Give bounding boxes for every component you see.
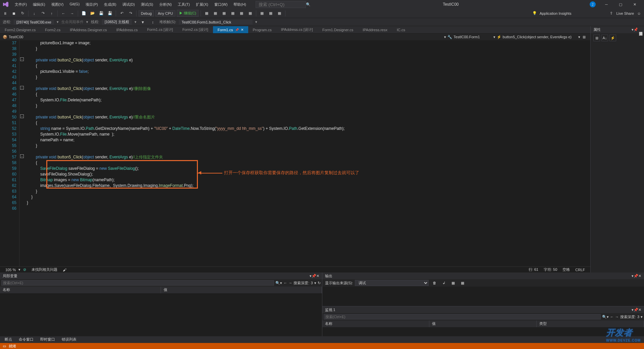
close-icon[interactable]: ✕ bbox=[638, 274, 641, 278]
menu-analyze[interactable]: 分析(N) bbox=[157, 1, 174, 8]
stackframe-dropdown[interactable]: TestIC00.Form1.button1_Click bbox=[179, 20, 253, 24]
code-editor[interactable]: 3738394041424344454647484950515253545556… bbox=[0, 40, 590, 266]
locals-col-value[interactable]: 值 bbox=[161, 287, 322, 293]
menu-build[interactable]: 生成(B) bbox=[101, 1, 119, 8]
locals-col-name[interactable]: 名称 bbox=[0, 287, 161, 293]
save-all-icon[interactable]: 💾 bbox=[106, 10, 114, 17]
tab-ipaddress-resx[interactable]: IPAddress.resx bbox=[358, 26, 392, 33]
menu-edit[interactable]: 编辑(E) bbox=[30, 1, 48, 8]
liveshare-button[interactable]: Live Share bbox=[616, 11, 634, 15]
pause-icon[interactable]: ⏸ bbox=[1, 10, 9, 17]
fold-column[interactable]: − − − − bbox=[19, 40, 25, 266]
tb-icon-5[interactable]: ▦ bbox=[238, 10, 245, 17]
tb-icon-2[interactable]: ▦ bbox=[212, 10, 219, 17]
indent-mode[interactable]: 空格 bbox=[560, 267, 573, 272]
minimize-button[interactable]: ─ bbox=[600, 0, 613, 9]
undo-icon[interactable]: ↶ bbox=[118, 10, 125, 17]
tab-form1-designer[interactable]: Form1.Designer.cs bbox=[318, 26, 358, 33]
feedback-icon[interactable]: ☺ bbox=[635, 10, 643, 17]
close-icon[interactable]: ✕ bbox=[316, 274, 319, 278]
save-icon[interactable]: 💾 bbox=[98, 10, 105, 17]
tb-icon-4[interactable]: ▦ bbox=[229, 10, 236, 17]
tb-icon-8[interactable]: ▦ bbox=[267, 10, 274, 17]
insights-icon[interactable]: 💡 bbox=[531, 10, 538, 17]
close-button[interactable]: ✕ bbox=[628, 0, 641, 9]
close-icon[interactable]: ✕ bbox=[638, 308, 641, 312]
sort-icon[interactable]: ↕ bbox=[149, 18, 157, 26]
global-search-input[interactable] bbox=[256, 1, 306, 8]
tab-error-list[interactable]: 错误列表 bbox=[58, 336, 80, 343]
tb-icon-9[interactable]: ▦ bbox=[276, 10, 283, 17]
tb-icon-6[interactable]: ▦ bbox=[247, 10, 254, 17]
output-icon-2[interactable]: ▦ bbox=[459, 279, 466, 287]
refresh-icon[interactable]: ↻ bbox=[318, 281, 321, 285]
platform-dropdown[interactable]: Any CPU bbox=[155, 10, 175, 16]
nav-back-icon[interactable]: ← bbox=[60, 10, 67, 17]
fold-toggle[interactable]: − bbox=[20, 86, 24, 90]
menu-extensions[interactable]: 扩展(X) bbox=[193, 1, 211, 8]
clear-icon[interactable]: 🗑 bbox=[431, 279, 438, 287]
nav-back-icon[interactable]: ← bbox=[283, 281, 287, 285]
tab-breakpoints[interactable]: 断点 bbox=[1, 336, 15, 343]
search-icon[interactable]: 🔍▾ bbox=[602, 315, 609, 319]
alphabetical-icon[interactable]: A↓ bbox=[601, 35, 608, 41]
pin-icon[interactable]: 📌 bbox=[634, 308, 638, 312]
redo-icon[interactable]: ↷ bbox=[127, 10, 134, 17]
line-ending[interactable]: CRLF bbox=[573, 268, 588, 272]
watch-col-name[interactable]: 名称 bbox=[322, 320, 430, 327]
tab-form2-design[interactable]: Form2.cs [设计] bbox=[178, 26, 213, 33]
filter-icon[interactable]: ▼ bbox=[139, 18, 147, 26]
step-out-icon[interactable]: ↑ bbox=[48, 10, 55, 17]
app-insights-button[interactable]: Application Insights bbox=[540, 11, 572, 15]
nav-fwd-icon[interactable]: → bbox=[288, 281, 292, 285]
output-icon-1[interactable]: ▦ bbox=[449, 279, 457, 287]
pin-icon[interactable]: 📌 bbox=[235, 28, 239, 32]
tab-command-window[interactable]: 命令窗口 bbox=[15, 336, 37, 343]
tab-ipaddress-designer[interactable]: IPAddress.Designer.cs bbox=[65, 26, 111, 33]
depth-dropdown[interactable]: 3 bbox=[311, 281, 313, 285]
locals-search-input[interactable] bbox=[1, 280, 274, 286]
brush-icon[interactable]: 🖌 bbox=[60, 268, 69, 272]
zoom-level[interactable]: 105 % bbox=[3, 268, 18, 272]
new-file-icon[interactable]: 📄 bbox=[80, 10, 88, 17]
pin-icon[interactable]: 📌 bbox=[634, 274, 638, 278]
menu-project[interactable]: 项目(P) bbox=[83, 1, 101, 8]
maximize-button[interactable]: ▢ bbox=[614, 0, 627, 9]
process-dropdown[interactable]: [28740] TestIC00.exe bbox=[14, 20, 54, 24]
menu-file[interactable]: 文件(F) bbox=[12, 1, 30, 8]
watch-col-value[interactable]: 值 bbox=[429, 320, 537, 327]
thread-dropdown[interactable]: [10652] 主线程 bbox=[102, 19, 132, 25]
nav-fwd-icon[interactable]: → bbox=[615, 315, 619, 319]
watch-col-type[interactable]: 类型 bbox=[537, 320, 644, 327]
tb-icon-1[interactable]: ▦ bbox=[203, 10, 210, 17]
menu-test[interactable]: 测试(S) bbox=[138, 1, 156, 8]
depth-dropdown[interactable]: 3 bbox=[637, 315, 639, 319]
fold-toggle[interactable]: − bbox=[20, 154, 24, 158]
tab-ic[interactable]: IC.cs bbox=[392, 26, 410, 33]
menu-debug[interactable]: 调试(D) bbox=[120, 1, 138, 8]
method-crumb[interactable]: button5_Click(object sender, EventArgs e… bbox=[503, 35, 572, 39]
tab-form1-cs[interactable]: Form1.cs📌✕ bbox=[213, 26, 248, 33]
restart-icon[interactable]: ↻ bbox=[19, 10, 26, 17]
tab-ipaddress[interactable]: IPAddress.cs bbox=[112, 26, 143, 33]
lifecycle-dropdown[interactable]: 生命周期事件 bbox=[61, 19, 84, 24]
tab-program[interactable]: Program.cs bbox=[248, 26, 276, 33]
nav-fwd-icon[interactable]: → bbox=[68, 10, 76, 17]
search-icon[interactable]: 🔍▾ bbox=[275, 281, 282, 285]
step-into-icon[interactable]: ↓ bbox=[31, 10, 38, 17]
open-icon[interactable]: 📂 bbox=[89, 10, 96, 17]
search-icon[interactable]: 🔍 bbox=[305, 1, 312, 8]
liveshare-icon[interactable]: ⇪ bbox=[607, 10, 615, 17]
fold-toggle[interactable]: − bbox=[20, 114, 24, 118]
tab-ipaddress-design[interactable]: IPAddress.cs [设计] bbox=[276, 26, 318, 33]
project-crumb[interactable]: 📦 TestIC00 bbox=[3, 35, 23, 39]
fold-toggle[interactable]: − bbox=[20, 57, 24, 61]
tab-immediate[interactable]: 即时窗口 bbox=[37, 336, 58, 343]
class-crumb[interactable]: TestIC00.Form1 bbox=[453, 35, 480, 39]
close-icon[interactable]: ✕ bbox=[241, 28, 244, 32]
pin-icon[interactable]: 📌 bbox=[312, 274, 316, 278]
menu-tools[interactable]: 工具(T) bbox=[175, 1, 193, 8]
continue-button[interactable]: ▶ 继续(C) bbox=[177, 10, 199, 17]
menu-view[interactable]: 视图(V) bbox=[49, 1, 66, 8]
nav-back-icon[interactable]: ← bbox=[610, 315, 614, 319]
